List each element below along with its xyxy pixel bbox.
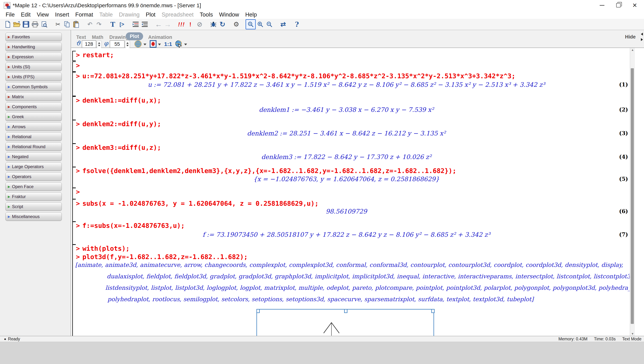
input-fsolve[interactable]: >fsolve({denklem1,denklem2,denklem3},{x,…	[76, 167, 456, 174]
selection-handle[interactable]	[344, 309, 347, 313]
phi-value-input[interactable]: 55	[110, 40, 125, 48]
debug-button[interactable]	[209, 20, 218, 29]
menu-tools[interactable]: Tools	[197, 12, 216, 18]
input-empty-prompt[interactable]: >	[76, 62, 80, 69]
remove-section-button[interactable]	[140, 20, 149, 29]
scale-1-1-button[interactable]: 1:1	[164, 41, 172, 47]
context-tab-text[interactable]: Text	[76, 34, 86, 40]
close-button[interactable]: ×	[626, 0, 643, 10]
minimize-button[interactable]	[594, 0, 610, 10]
insert-text-button[interactable]: T	[108, 20, 117, 29]
execute-worksheet-button[interactable]: !!!	[177, 20, 186, 29]
selection-handle[interactable]	[256, 309, 260, 313]
palette-greek[interactable]: ▶Greek	[6, 112, 62, 121]
restart-kernel-button[interactable]: ↻	[218, 20, 227, 29]
plot-style-icon[interactable]	[134, 40, 142, 48]
open-button[interactable]	[12, 20, 22, 29]
palette-large-operators[interactable]: ▶Large Operators	[6, 162, 62, 171]
enclose-section-button[interactable]	[131, 20, 140, 29]
palette-expression[interactable]: ▶Expression	[6, 53, 62, 61]
input-f-definition[interactable]: >f:=subs(x=-1.024876763,u);	[76, 222, 185, 229]
menu-view[interactable]: View	[34, 12, 52, 18]
menu-edit[interactable]: Edit	[18, 12, 34, 18]
print-button[interactable]	[31, 20, 40, 29]
zoom-100-button[interactable]	[246, 19, 256, 30]
group-bracket	[72, 188, 76, 199]
go-back-button[interactable]: ←	[154, 20, 163, 29]
save-floppy-icon	[23, 21, 29, 28]
menu-format[interactable]: Format	[72, 12, 96, 18]
plot-manipulator-icon[interactable]	[175, 40, 183, 48]
input-subs[interactable]: >subs(x = -1.024876763, y = 1.620647064,…	[76, 200, 319, 207]
theta-spinner[interactable]	[97, 40, 102, 48]
palette-handwriting[interactable]: ▶Handwriting	[6, 43, 62, 51]
axes-style-icon[interactable]	[149, 40, 157, 48]
interrupt-button[interactable]: ⊘	[195, 20, 204, 29]
scroll-down-icon[interactable]: ▼	[631, 332, 634, 336]
context-tab-animation[interactable]: Animation	[148, 34, 172, 40]
palette-common-symbols[interactable]: ▶Common Symbols	[6, 82, 62, 91]
input-with-plots[interactable]: >with(plots);	[76, 245, 130, 252]
plot3d-container-selected[interactable]	[256, 309, 434, 336]
input-empty-prompt-2[interactable]: >	[76, 188, 80, 196]
palette-script[interactable]: ▶Script	[6, 202, 62, 211]
menu-window[interactable]: Window	[216, 12, 242, 18]
palette-units-fps[interactable]: ▶Units (FPS)	[6, 72, 62, 81]
palette-units-si[interactable]: ▶Units (SI)	[6, 63, 62, 71]
undo-button[interactable]: ↶	[85, 20, 95, 29]
options-button[interactable]: ⚙	[232, 20, 241, 29]
axes-style-dropdown-icon[interactable]	[158, 44, 161, 46]
zoom-in-button[interactable]	[256, 20, 265, 29]
input-restart[interactable]: >restart;	[76, 51, 114, 59]
menu-insert[interactable]: Insert	[52, 12, 72, 18]
palette-matrix[interactable]: ▶Matrix	[6, 92, 62, 101]
toggle-size-button[interactable]: ⇄	[279, 20, 288, 29]
input-plot3d[interactable]: >plot3d(f,y=-1.682..1.682,z=-1.682..1.68…	[76, 253, 248, 260]
theta-value-input[interactable]: 128	[82, 40, 96, 48]
context-tab-math[interactable]: Math	[92, 34, 103, 40]
save-button[interactable]	[22, 20, 31, 29]
plot-style-dropdown-icon[interactable]	[144, 44, 146, 46]
paste-button[interactable]	[72, 20, 81, 29]
phi-spinner[interactable]	[125, 40, 130, 48]
selection-handle[interactable]	[431, 309, 435, 313]
palette-open-face[interactable]: ▶Open Face	[6, 182, 62, 191]
palette-components[interactable]: ▶Components	[6, 102, 62, 111]
scroll-up-icon[interactable]: ▲	[631, 48, 634, 52]
copy-button[interactable]	[63, 20, 72, 29]
zoom-out-button[interactable]	[265, 20, 274, 29]
context-help-button[interactable]: ?	[292, 20, 301, 29]
palette-arrows[interactable]: ▶Arrows	[6, 122, 62, 131]
new-document-button[interactable]	[3, 20, 12, 29]
context-tab-plot-selected[interactable]: Plot	[126, 32, 143, 40]
hide-toolbar-label[interactable]: Hide	[625, 34, 636, 40]
palette-negated[interactable]: ▶Negated	[6, 152, 62, 161]
input-u-definition[interactable]: >u:=72.081+28.251*y+17.822*z-3.461*x*y-1…	[76, 72, 515, 80]
input-denklem1[interactable]: >denklem1:=diff(u,x);	[76, 96, 161, 104]
palette-favorites[interactable]: ▶Favorites	[6, 33, 62, 41]
execute-group-button[interactable]: !	[186, 20, 195, 29]
menu-plot[interactable]: Plot	[143, 12, 159, 18]
toolbar-collapse-arrows[interactable]	[641, 33, 643, 41]
palette-relational-round[interactable]: ▶Relational Round	[6, 142, 62, 151]
redo-button[interactable]: ↷	[95, 20, 104, 29]
go-forward-button[interactable]: →	[163, 20, 172, 29]
palette-operators[interactable]: ▶Operators	[6, 172, 62, 181]
palette-miscellaneous[interactable]: ▶Miscellaneous	[6, 212, 62, 221]
restore-button[interactable]	[610, 0, 626, 10]
status-mode[interactable]: Text Mode	[622, 336, 641, 342]
back-arrow-icon: ←	[155, 21, 162, 28]
cut-button[interactable]: ✂	[53, 20, 63, 29]
menu-file[interactable]: File	[3, 12, 18, 18]
menu-help[interactable]: Help	[242, 12, 260, 18]
insert-math-button[interactable]: [>	[117, 20, 126, 29]
palette-relational[interactable]: ▶Relational	[6, 132, 62, 141]
print-preview-button[interactable]	[40, 20, 49, 29]
palette-fraktur[interactable]: ▶Fraktur	[6, 192, 62, 201]
manipulator-dropdown-icon[interactable]	[184, 44, 187, 46]
worksheet-scrollbar[interactable]: ▲ ▼	[630, 48, 635, 336]
worksheet-area[interactable]: >restart; > >u:=72.081+28.251*y+17.822*z…	[71, 48, 635, 336]
scrollbar-thumb[interactable]	[631, 68, 634, 324]
input-denklem2[interactable]: >denklem2:=diff(u,y);	[76, 120, 161, 128]
input-denklem3[interactable]: >denklem3:=diff(u,z);	[76, 144, 161, 151]
